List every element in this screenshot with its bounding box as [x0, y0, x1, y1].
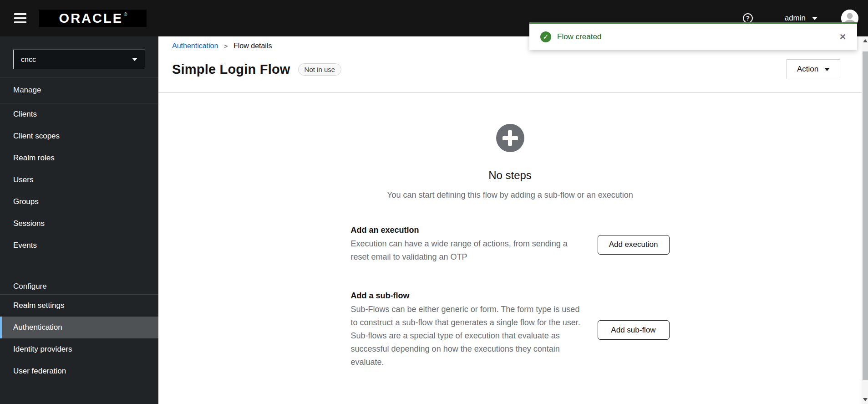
hamburger-menu-icon[interactable] — [14, 13, 26, 23]
empty-state: No steps You can start defining this flo… — [351, 93, 670, 369]
action-label: Action — [797, 65, 818, 74]
sidebar-item-sessions[interactable]: Sessions — [0, 213, 158, 235]
realm-selector-value: cncc — [21, 56, 36, 64]
sidebar-item-client-scopes[interactable]: Client scopes — [0, 125, 158, 147]
success-check-icon: ✓ — [540, 31, 551, 42]
sidebar-item-identity-providers[interactable]: Identity providers — [0, 338, 158, 360]
oracle-logo-text: ORACLE — [59, 11, 123, 26]
toast-success: ✓ Flow created ✕ — [529, 22, 857, 50]
scroll-up-arrow-icon[interactable] — [863, 39, 868, 42]
add-subflow-button[interactable]: Add sub-flow — [598, 320, 670, 340]
sidebar-item-authentication[interactable]: Authentication — [0, 317, 158, 338]
user-menu-dropdown[interactable]: admin — [785, 14, 817, 23]
close-icon[interactable]: ✕ — [839, 32, 846, 42]
help-glyph: ? — [746, 15, 750, 22]
action-dropdown-button[interactable]: Action — [787, 59, 840, 79]
chevron-down-icon — [824, 68, 830, 71]
page-header: Simple Login Flow Not in use Action — [158, 50, 862, 79]
scrollbar — [862, 36, 868, 404]
add-subflow-heading: Add a sub-flow — [351, 291, 588, 301]
add-subflow-row: Add a sub-flow Sub-Flows can be either g… — [351, 291, 670, 369]
empty-state-description: You can start defining this flow by addi… — [387, 190, 633, 200]
sidebar-item-realm-roles[interactable]: Realm roles — [0, 147, 158, 169]
scrollbar-thumb[interactable] — [863, 51, 868, 380]
empty-state-title: No steps — [488, 169, 532, 182]
nav-section-manage: Manage — [0, 77, 158, 103]
add-subflow-text: Add a sub-flow Sub-Flows can be either g… — [351, 291, 588, 369]
sidebar-item-user-federation[interactable]: User federation — [0, 360, 158, 382]
help-icon[interactable]: ? — [743, 13, 753, 23]
breadcrumb-link-authentication[interactable]: Authentication — [172, 42, 218, 50]
add-execution-row: Add an execution Execution can have a wi… — [351, 225, 670, 264]
plus-circle-icon — [496, 124, 524, 152]
sidebar-nav: Manage Clients Client scopes Realm roles… — [0, 77, 158, 382]
username-label: admin — [785, 14, 806, 23]
nav-section-configure: Configure — [0, 278, 158, 294]
add-execution-description: Execution can have a wide range of actio… — [351, 237, 588, 264]
chevron-down-icon — [132, 58, 137, 61]
main-content: Authentication > Flow details Simple Log… — [158, 36, 862, 404]
sidebar-item-users[interactable]: Users — [0, 169, 158, 191]
add-execution-button[interactable]: Add execution — [598, 235, 670, 255]
add-execution-text: Add an execution Execution can have a wi… — [351, 225, 588, 264]
sidebar-item-realm-settings[interactable]: Realm settings — [0, 295, 158, 317]
add-execution-heading: Add an execution — [351, 225, 588, 235]
realm-selector[interactable]: cncc — [13, 50, 145, 69]
toast-message: Flow created — [557, 32, 601, 41]
oracle-logo: ORACLE ® — [39, 10, 147, 27]
sidebar: cncc Manage Clients Client scopes Realm … — [0, 36, 158, 404]
registered-mark: ® — [124, 12, 127, 17]
page-title: Simple Login Flow — [172, 62, 290, 77]
sidebar-item-events[interactable]: Events — [0, 235, 158, 256]
sidebar-item-groups[interactable]: Groups — [0, 191, 158, 213]
sidebar-item-clients[interactable]: Clients — [0, 103, 158, 125]
chevron-down-icon — [812, 17, 817, 20]
add-subflow-description: Sub-Flows can be either generic or form.… — [351, 303, 588, 369]
status-badge: Not in use — [298, 63, 342, 76]
scroll-down-arrow-icon[interactable] — [863, 398, 868, 401]
breadcrumb-separator-icon: > — [224, 43, 228, 50]
breadcrumb-current: Flow details — [233, 42, 272, 50]
app-window: ORACLE ® ? admin cncc — [0, 0, 868, 404]
